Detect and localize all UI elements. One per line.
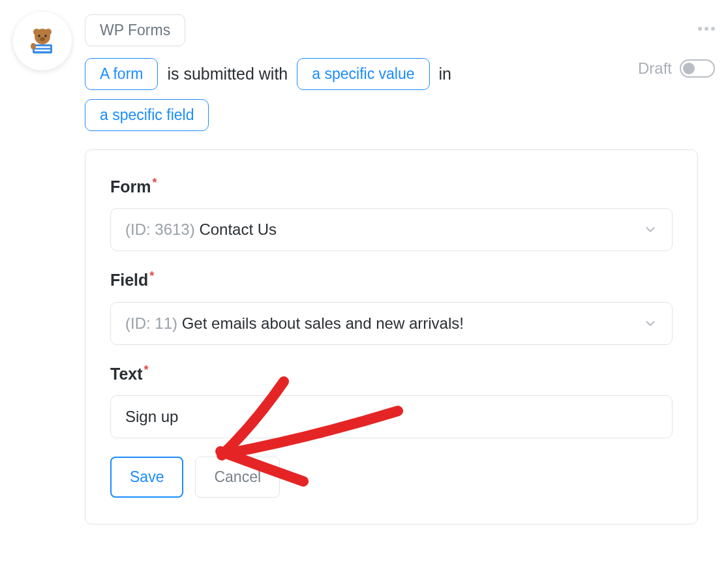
wpforms-mascot-icon [27, 26, 57, 56]
token-specific-field[interactable]: a specific field [85, 99, 209, 131]
token-specific-value[interactable]: a specific value [297, 58, 429, 90]
form-id-prefix: (ID: 3613) [125, 220, 199, 238]
svg-rect-8 [35, 50, 50, 52]
svg-rect-7 [35, 46, 50, 48]
field-select[interactable]: (ID: 11) Get emails about sales and new … [110, 302, 673, 345]
more-menu-icon[interactable] [698, 27, 715, 31]
form-select[interactable]: (ID: 3613) Contact Us [110, 208, 673, 251]
field-id-prefix: (ID: 11) [125, 314, 182, 332]
field-selected-name: Get emails about sales and new arrivals! [182, 314, 464, 332]
text-input[interactable] [110, 395, 673, 438]
svg-point-5 [40, 37, 45, 41]
sentence-text-in: in [439, 65, 451, 83]
form-label: Form* [110, 176, 673, 196]
integration-name: WP Forms [100, 22, 170, 38]
svg-point-2 [45, 29, 52, 35]
svg-point-1 [33, 29, 40, 35]
chevron-down-icon [643, 316, 658, 331]
svg-point-4 [44, 35, 47, 37]
token-form[interactable]: A form [85, 58, 158, 90]
chevron-down-icon [643, 222, 658, 237]
cancel-button[interactable]: Cancel [195, 457, 280, 498]
field-label: Field* [110, 269, 673, 290]
integration-avatar [13, 12, 72, 70]
sentence-text-submitted: is submitted with [167, 65, 288, 83]
svg-point-3 [38, 35, 40, 37]
draft-toggle[interactable] [680, 59, 715, 78]
trigger-sentence: A form is submitted with a specific valu… [85, 58, 581, 131]
save-button[interactable]: Save [110, 457, 183, 498]
integration-chip[interactable]: WP Forms [85, 14, 185, 46]
text-label: Text* [110, 363, 673, 384]
draft-label: Draft [638, 59, 672, 78]
form-selected-name: Contact Us [199, 220, 277, 238]
svg-point-9 [31, 43, 36, 50]
settings-panel: Form* (ID: 3613) Contact Us Field* [85, 149, 698, 524]
